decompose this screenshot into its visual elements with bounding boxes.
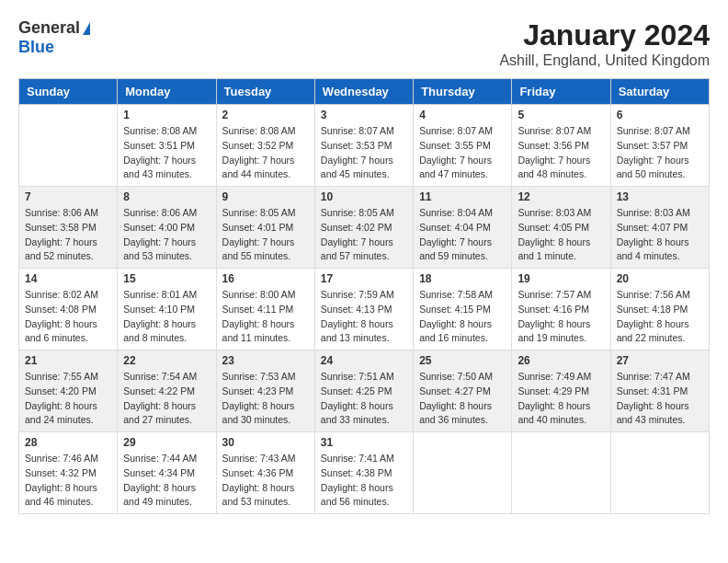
day-number: 31 bbox=[321, 436, 407, 449]
day-info: Sunrise: 7:54 AMSunset: 4:22 PMDaylight:… bbox=[123, 370, 210, 428]
day-info: Sunrise: 7:58 AMSunset: 4:15 PMDaylight:… bbox=[419, 288, 506, 346]
day-info: Sunrise: 8:00 AMSunset: 4:11 PMDaylight:… bbox=[222, 288, 309, 346]
day-number: 13 bbox=[617, 190, 703, 203]
day-info: Sunrise: 7:43 AMSunset: 4:36 PMDaylight:… bbox=[222, 452, 309, 510]
calendar-week-row: 7Sunrise: 8:06 AMSunset: 3:58 PMDaylight… bbox=[19, 187, 710, 269]
calendar-header-monday: Monday bbox=[118, 79, 216, 105]
day-number: 27 bbox=[617, 354, 703, 367]
day-number: 22 bbox=[123, 354, 210, 367]
day-number: 16 bbox=[222, 272, 309, 285]
day-number: 20 bbox=[617, 272, 703, 285]
calendar-day-cell: 28Sunrise: 7:46 AMSunset: 4:32 PMDayligh… bbox=[19, 432, 118, 514]
day-number: 1 bbox=[123, 109, 210, 121]
day-number: 29 bbox=[123, 436, 210, 449]
day-info: Sunrise: 7:41 AMSunset: 4:38 PMDaylight:… bbox=[321, 452, 407, 510]
day-number: 17 bbox=[321, 272, 407, 285]
calendar-week-row: 14Sunrise: 8:02 AMSunset: 4:08 PMDayligh… bbox=[19, 269, 710, 350]
calendar-day-cell: 22Sunrise: 7:54 AMSunset: 4:22 PMDayligh… bbox=[118, 350, 216, 432]
day-info: Sunrise: 8:05 AMSunset: 4:02 PMDaylight:… bbox=[321, 206, 407, 264]
day-number: 12 bbox=[518, 190, 604, 203]
day-info: Sunrise: 8:07 AMSunset: 3:53 PMDaylight:… bbox=[321, 124, 407, 182]
calendar-day-cell: 30Sunrise: 7:43 AMSunset: 4:36 PMDayligh… bbox=[216, 432, 314, 514]
day-info: Sunrise: 7:50 AMSunset: 4:27 PMDaylight:… bbox=[419, 370, 506, 428]
day-info: Sunrise: 8:05 AMSunset: 4:01 PMDaylight:… bbox=[222, 206, 309, 264]
calendar-day-cell: 1Sunrise: 8:08 AMSunset: 3:51 PMDaylight… bbox=[118, 105, 216, 187]
calendar-day-cell: 25Sunrise: 7:50 AMSunset: 4:27 PMDayligh… bbox=[414, 350, 512, 432]
day-info: Sunrise: 8:06 AMSunset: 4:00 PMDaylight:… bbox=[123, 206, 210, 264]
calendar-day-cell: 5Sunrise: 8:07 AMSunset: 3:56 PMDaylight… bbox=[512, 105, 610, 187]
calendar-day-cell: 13Sunrise: 8:03 AMSunset: 4:07 PMDayligh… bbox=[610, 187, 709, 269]
calendar-day-cell bbox=[512, 432, 610, 514]
calendar-day-cell: 6Sunrise: 8:07 AMSunset: 3:57 PMDaylight… bbox=[610, 105, 709, 187]
day-info: Sunrise: 8:03 AMSunset: 4:05 PMDaylight:… bbox=[518, 206, 604, 264]
calendar-day-cell: 9Sunrise: 8:05 AMSunset: 4:01 PMDaylight… bbox=[216, 187, 314, 269]
day-number: 5 bbox=[518, 109, 604, 121]
calendar-day-cell: 4Sunrise: 8:07 AMSunset: 3:55 PMDaylight… bbox=[414, 105, 512, 187]
calendar-day-cell: 18Sunrise: 7:58 AMSunset: 4:15 PMDayligh… bbox=[414, 269, 512, 350]
location-subtitle: Ashill, England, United Kingdom bbox=[499, 52, 710, 69]
calendar-day-cell: 16Sunrise: 8:00 AMSunset: 4:11 PMDayligh… bbox=[216, 269, 314, 350]
calendar-day-cell: 7Sunrise: 8:06 AMSunset: 3:58 PMDaylight… bbox=[19, 187, 118, 269]
day-number: 18 bbox=[419, 272, 506, 285]
day-info: Sunrise: 7:55 AMSunset: 4:20 PMDaylight:… bbox=[25, 370, 111, 428]
title-block: January 2024 Ashill, England, United Kin… bbox=[499, 18, 710, 69]
day-info: Sunrise: 8:07 AMSunset: 3:56 PMDaylight:… bbox=[518, 124, 604, 182]
calendar-header-row: SundayMondayTuesdayWednesdayThursdayFrid… bbox=[19, 79, 710, 105]
calendar-day-cell: 24Sunrise: 7:51 AMSunset: 4:25 PMDayligh… bbox=[314, 350, 413, 432]
calendar-week-row: 21Sunrise: 7:55 AMSunset: 4:20 PMDayligh… bbox=[19, 350, 710, 432]
day-number: 2 bbox=[222, 109, 309, 121]
calendar-day-cell: 10Sunrise: 8:05 AMSunset: 4:02 PMDayligh… bbox=[314, 187, 413, 269]
day-number: 21 bbox=[25, 354, 111, 367]
calendar-day-cell: 17Sunrise: 7:59 AMSunset: 4:13 PMDayligh… bbox=[314, 269, 413, 350]
day-number: 26 bbox=[518, 354, 604, 367]
day-info: Sunrise: 7:53 AMSunset: 4:23 PMDaylight:… bbox=[222, 370, 309, 428]
month-year-title: January 2024 bbox=[499, 18, 710, 52]
calendar-header-sunday: Sunday bbox=[19, 79, 118, 105]
day-info: Sunrise: 8:07 AMSunset: 3:57 PMDaylight:… bbox=[617, 124, 703, 182]
day-info: Sunrise: 8:02 AMSunset: 4:08 PMDaylight:… bbox=[25, 288, 111, 346]
day-number: 30 bbox=[222, 436, 309, 449]
day-info: Sunrise: 8:08 AMSunset: 3:51 PMDaylight:… bbox=[123, 124, 210, 182]
day-number: 7 bbox=[25, 190, 111, 203]
day-info: Sunrise: 7:59 AMSunset: 4:13 PMDaylight:… bbox=[321, 288, 407, 346]
day-number: 25 bbox=[419, 354, 506, 367]
calendar-day-cell bbox=[414, 432, 512, 514]
calendar-day-cell: 3Sunrise: 8:07 AMSunset: 3:53 PMDaylight… bbox=[314, 105, 413, 187]
day-info: Sunrise: 8:08 AMSunset: 3:52 PMDaylight:… bbox=[222, 124, 309, 182]
day-info: Sunrise: 7:44 AMSunset: 4:34 PMDaylight:… bbox=[123, 452, 210, 510]
calendar-day-cell: 11Sunrise: 8:04 AMSunset: 4:04 PMDayligh… bbox=[414, 187, 512, 269]
day-number: 3 bbox=[321, 109, 407, 121]
calendar-day-cell: 12Sunrise: 8:03 AMSunset: 4:05 PMDayligh… bbox=[512, 187, 610, 269]
logo-arrow-icon bbox=[83, 22, 90, 35]
day-number: 11 bbox=[419, 190, 506, 203]
calendar-header-tuesday: Tuesday bbox=[216, 79, 314, 105]
day-info: Sunrise: 8:04 AMSunset: 4:04 PMDaylight:… bbox=[419, 206, 506, 264]
calendar-day-cell: 19Sunrise: 7:57 AMSunset: 4:16 PMDayligh… bbox=[512, 269, 610, 350]
calendar-week-row: 1Sunrise: 8:08 AMSunset: 3:51 PMDaylight… bbox=[19, 105, 710, 187]
calendar-day-cell: 15Sunrise: 8:01 AMSunset: 4:10 PMDayligh… bbox=[118, 269, 216, 350]
calendar-day-cell bbox=[19, 105, 118, 187]
calendar-day-cell: 23Sunrise: 7:53 AMSunset: 4:23 PMDayligh… bbox=[216, 350, 314, 432]
day-number: 6 bbox=[617, 109, 703, 121]
day-number: 8 bbox=[123, 190, 210, 203]
calendar-day-cell bbox=[610, 432, 709, 514]
day-number: 10 bbox=[321, 190, 407, 203]
calendar-header-saturday: Saturday bbox=[610, 79, 709, 105]
calendar-day-cell: 29Sunrise: 7:44 AMSunset: 4:34 PMDayligh… bbox=[118, 432, 216, 514]
day-info: Sunrise: 8:01 AMSunset: 4:10 PMDaylight:… bbox=[123, 288, 210, 346]
logo: General Blue bbox=[18, 18, 90, 57]
day-number: 24 bbox=[321, 354, 407, 367]
calendar-day-cell: 26Sunrise: 7:49 AMSunset: 4:29 PMDayligh… bbox=[512, 350, 610, 432]
day-info: Sunrise: 8:03 AMSunset: 4:07 PMDaylight:… bbox=[617, 206, 703, 264]
calendar-day-cell: 14Sunrise: 8:02 AMSunset: 4:08 PMDayligh… bbox=[19, 269, 118, 350]
calendar-table: SundayMondayTuesdayWednesdayThursdayFrid… bbox=[18, 78, 710, 514]
day-number: 9 bbox=[222, 190, 309, 203]
day-info: Sunrise: 7:57 AMSunset: 4:16 PMDaylight:… bbox=[518, 288, 604, 346]
day-info: Sunrise: 7:46 AMSunset: 4:32 PMDaylight:… bbox=[25, 452, 111, 510]
calendar-header-thursday: Thursday bbox=[414, 79, 512, 105]
calendar-day-cell: 27Sunrise: 7:47 AMSunset: 4:31 PMDayligh… bbox=[610, 350, 709, 432]
day-number: 15 bbox=[123, 272, 210, 285]
calendar-week-row: 28Sunrise: 7:46 AMSunset: 4:32 PMDayligh… bbox=[19, 432, 710, 514]
day-number: 14 bbox=[25, 272, 111, 285]
day-info: Sunrise: 7:51 AMSunset: 4:25 PMDaylight:… bbox=[321, 370, 407, 428]
